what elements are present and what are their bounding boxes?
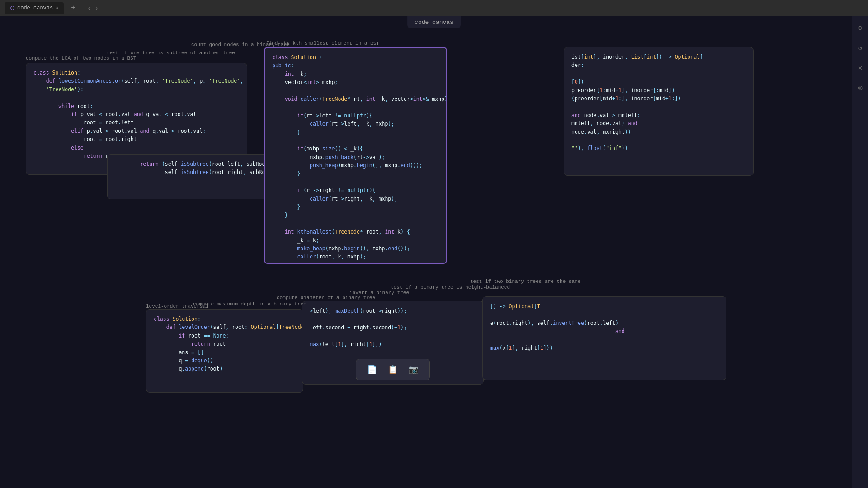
label-kth: find the kth smallest element in a BST: [266, 41, 379, 46]
level-order-card[interactable]: class Solution: def levelOrder(self, roo…: [146, 309, 303, 393]
close-tab-button[interactable]: ×: [56, 6, 58, 11]
height-same-code: ]) -> Optional[T e(root.right), self.inv…: [483, 297, 726, 357]
label-same: test if two binary trees are the same: [470, 279, 580, 284]
label-diameter: compute diameter of a binary tree: [277, 295, 375, 300]
add-tab-button[interactable]: +: [67, 2, 79, 14]
height-same-card[interactable]: ]) -> Optional[T e(root.right), self.inv…: [482, 296, 726, 380]
back-button[interactable]: ‹: [86, 3, 92, 14]
sidebar-close-icon[interactable]: ✕: [856, 61, 864, 74]
label-invert: invert a binary tree: [349, 290, 409, 296]
browser-bar: ⬡ code canvas × + ‹ ›: [0, 0, 868, 16]
card-bottom-toolbar: 📄 📋 📷: [356, 359, 430, 380]
right-top-code: ist[int], inorder: List[int]) -> Optiona…: [564, 47, 753, 158]
app-title-bar: code canvas: [407, 16, 461, 28]
forward-button[interactable]: ›: [94, 3, 100, 14]
browser-tab[interactable]: ⬡ code canvas ×: [5, 2, 64, 14]
sidebar-plus-icon[interactable]: ⊕: [856, 22, 864, 34]
sidebar-settings-icon[interactable]: ◎: [856, 81, 864, 94]
nav-controls: ‹ ›: [83, 3, 103, 14]
app-title: code canvas: [415, 19, 453, 26]
sidebar-refresh-icon[interactable]: ↺: [856, 42, 864, 54]
diameter-code: >left), maxDepth(root->right)); left.sec…: [302, 301, 483, 354]
canvas-area: code canvas ⊕ ↺ ✕ ◎ compute the LCA of t…: [0, 16, 868, 488]
label-max-depth: compute maximum depth in a binary tree: [193, 301, 307, 307]
subtree-card[interactable]: return (self.isSubtree(root.left, subRoo…: [107, 154, 279, 199]
tab-icon: ⬡: [10, 5, 14, 12]
copy-button[interactable]: 📋: [384, 363, 401, 376]
label-lca: compute the LCA of two nodes in a BST: [26, 56, 136, 61]
kth-smallest-card[interactable]: 🗑 ⊕ ↺ ✏ class Solution { public: int _k;…: [264, 47, 447, 264]
screenshot-button[interactable]: 📷: [405, 363, 422, 376]
level-order-code: class Solution: def levelOrder(self, roo…: [146, 310, 303, 379]
label-subtree: test if one tree is subtree of another t…: [107, 50, 235, 56]
label-height-balanced: test if a binary tree is height-balanced: [391, 285, 510, 290]
kth-code: class Solution { public: int _k; vector<…: [265, 48, 446, 264]
new-file-button[interactable]: 📄: [363, 363, 381, 376]
diameter-invert-card[interactable]: >left), maxDepth(root->right)); left.sec…: [302, 301, 484, 385]
right-sidebar: ⊕ ↺ ✕ ◎: [852, 16, 868, 488]
tab-title: code canvas: [17, 5, 53, 11]
subtree-code: return (self.isSubtree(root.left, subRoo…: [108, 155, 278, 182]
lca-code: class Solution: def lowestCommonAncestor…: [26, 63, 247, 165]
right-top-card[interactable]: ist[int], inorder: List[int]) -> Optiona…: [564, 47, 754, 176]
